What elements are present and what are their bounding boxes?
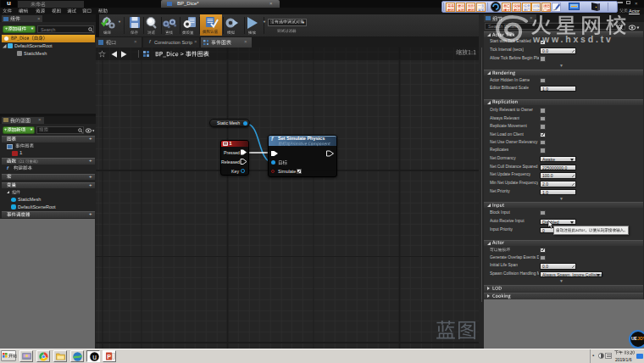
svg-text:P: P [107,354,111,360]
svg-text:u: u [92,352,97,360]
